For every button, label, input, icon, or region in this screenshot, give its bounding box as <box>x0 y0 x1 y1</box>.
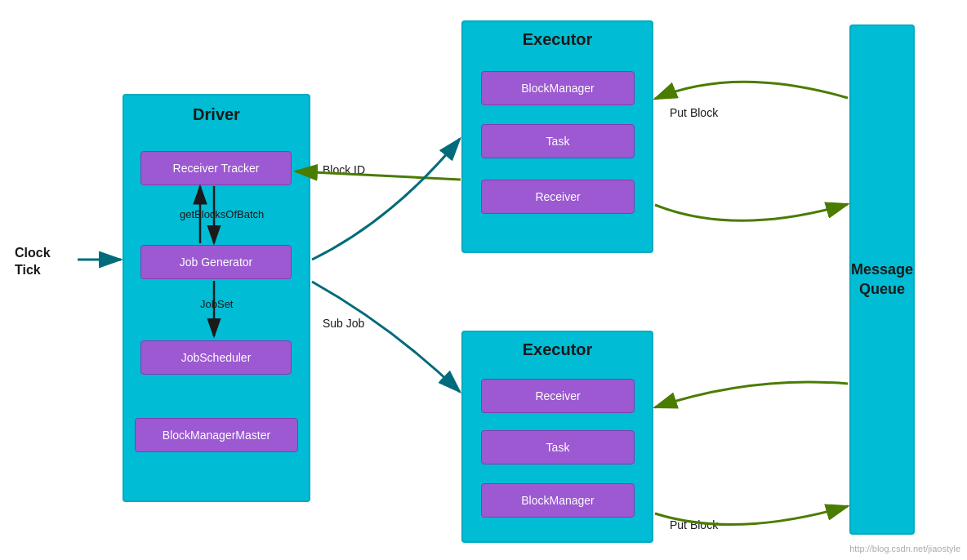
top-task-box: Task <box>481 124 635 158</box>
bottom-receiver-box: Receiver <box>481 379 635 413</box>
svg-line-8 <box>296 171 461 180</box>
driver-title: Driver <box>124 105 309 124</box>
executor-top-box: Executor BlockManager Task Receiver <box>461 20 653 253</box>
watermark: http://blog.csdn.net/jiaostyle <box>849 544 960 553</box>
job-generator-box: Job Generator <box>140 245 292 279</box>
job-scheduler-box: JobScheduler <box>140 340 292 375</box>
sub-job-label: Sub Job <box>323 317 364 330</box>
block-id-label: Block ID <box>323 163 365 176</box>
put-block-top-label: Put Block <box>670 106 718 119</box>
bottom-block-manager-box: BlockManager <box>481 483 635 518</box>
diagram-container: Message Queue Driver Receiver Tracker Jo… <box>0 0 967 560</box>
clock-tick-label: Clock Tick <box>15 245 51 279</box>
executor-top-title: Executor <box>463 30 652 49</box>
bottom-task-box: Task <box>481 430 635 464</box>
message-queue-label: Message Queue <box>851 260 913 299</box>
get-blocks-label: getBlocksOfBatch <box>180 208 264 220</box>
receiver-tracker-box: Receiver Tracker <box>140 151 292 185</box>
block-manager-master-box: BlockManagerMaster <box>135 418 298 452</box>
top-block-manager-box: BlockManager <box>481 71 635 105</box>
message-queue-box: Message Queue <box>849 24 915 535</box>
top-receiver-box: Receiver <box>481 180 635 214</box>
executor-bottom-title: Executor <box>463 340 652 359</box>
executor-bottom-box: Executor Receiver Task BlockManager <box>461 331 653 543</box>
job-set-label: JobSet <box>200 298 233 310</box>
put-block-bottom-label: Put Block <box>670 518 718 531</box>
